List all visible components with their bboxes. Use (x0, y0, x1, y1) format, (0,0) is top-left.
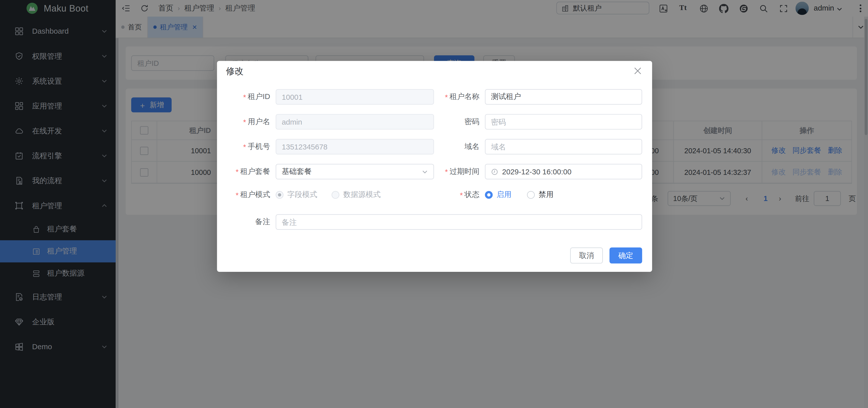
cancel-button[interactable]: 取消 (570, 248, 603, 263)
password-input[interactable] (485, 114, 642, 130)
field-label-mobile: *手机号 (226, 142, 270, 152)
radio-datasource-mode: 数据源模式 (332, 190, 380, 200)
app-root: Maku Boot Dashboard 权限管理 系统设置 应用管理 (0, 0, 868, 408)
field-label-password: 密码 (439, 117, 479, 127)
close-icon[interactable] (634, 67, 642, 75)
radio-field-mode: 字段模式 (276, 190, 317, 200)
field-label-tenant-mode: *租户模式 (226, 190, 270, 200)
tenant-name-input[interactable] (485, 89, 642, 105)
field-label-package: *租户套餐 (226, 166, 270, 177)
dialog-title: 修改 (226, 66, 244, 77)
field-label-username: *用户名 (226, 117, 270, 127)
expire-time-value: 2029-12-30 16:00:00 (502, 167, 636, 176)
radio-dot (276, 191, 283, 199)
field-label-status: *状态 (439, 190, 479, 200)
remark-input[interactable] (276, 214, 642, 230)
field-label-tenant-id: *租户ID (226, 92, 270, 102)
chevron-down-icon (422, 168, 428, 175)
radio-dot (485, 191, 493, 199)
status-radio-group: 启用 禁用 (485, 190, 642, 200)
mobile-input (276, 139, 434, 155)
confirm-button[interactable]: 确定 (610, 248, 642, 263)
package-select[interactable]: 基础套餐 (276, 164, 434, 179)
field-label-domain: 域名 (439, 142, 479, 152)
radio-dot (332, 191, 339, 199)
username-input (276, 114, 434, 130)
radio-enabled[interactable]: 启用 (485, 190, 512, 200)
field-label-remark: 备注 (226, 217, 270, 227)
tenant-mode-radio-group: 字段模式 数据源模式 (276, 190, 434, 200)
field-label-expire-time: *过期时间 (439, 166, 479, 177)
radio-dot (527, 191, 535, 199)
field-label-tenant-name: *租户名称 (439, 92, 479, 102)
package-select-value: 基础套餐 (282, 166, 418, 177)
tenant-id-input (276, 89, 434, 105)
expire-time-picker[interactable]: 2029-12-30 16:00:00 (485, 164, 642, 179)
domain-input[interactable] (485, 139, 642, 155)
edit-dialog: 修改 *租户ID *租户名称 *用户名 密码 *手机号 域名 *租户套餐 基础套… (217, 61, 652, 272)
clock-icon (491, 168, 498, 175)
radio-disabled[interactable]: 禁用 (527, 190, 554, 200)
